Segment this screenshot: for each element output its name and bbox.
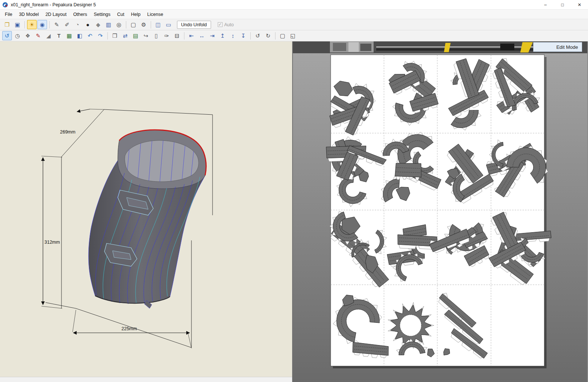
2d-layout-viewport[interactable]: Edit Mode: [293, 41, 588, 382]
maximize-button[interactable]: □: [554, 0, 571, 9]
toolbar-separator: [184, 32, 184, 40]
3d-viewport[interactable]: 269mm 312mm 225mm: [0, 41, 293, 382]
open-file-icon[interactable]: ❐: [2, 20, 12, 29]
image-icon[interactable]: ▦: [64, 31, 74, 40]
align-center-h-icon[interactable]: ↔: [197, 31, 207, 40]
toolbar-separator: [275, 32, 275, 40]
frame-select-icon[interactable]: ▢: [278, 31, 287, 40]
menu-item-settings[interactable]: Settings: [90, 10, 114, 19]
text-icon[interactable]: T: [54, 31, 64, 40]
book-sync-icon[interactable]: ⇄: [120, 31, 130, 40]
menu-item-others[interactable]: Others: [70, 10, 91, 19]
toolbar-top: ❐▣☀◉✎✐◔●◆▥◎▢⚙◫▭ Undo Unfold ✓ Auto: [0, 19, 588, 30]
menu-item-license[interactable]: License: [144, 10, 167, 19]
align-middle-icon[interactable]: ↕: [228, 31, 238, 40]
toolbar-separator: [126, 21, 126, 28]
box-3d-icon[interactable]: ◧: [75, 31, 84, 40]
auto-label: Auto: [224, 22, 234, 27]
pour-color-icon[interactable]: ◔: [73, 20, 82, 29]
menu-bar: File3D Model2D LayoutOthersSettingsCutHe…: [0, 10, 588, 19]
toolbar-separator: [49, 21, 50, 28]
redo-icon[interactable]: ↷: [96, 31, 105, 40]
page-edit-icon[interactable]: ✑: [162, 31, 171, 40]
align-left-icon[interactable]: ⇤: [187, 31, 196, 40]
undo-icon[interactable]: ↶: [85, 31, 95, 40]
window-controls: – □ ✕: [537, 0, 588, 9]
title-bar: x01_right_forearm - Pepakura Designer 5 …: [0, 0, 588, 10]
menu-item-help[interactable]: Help: [128, 10, 144, 19]
toolbar-edit-icons: ↺◷❖✎◢T▦◧↶↷❒⇄▤↪▯✑⊟⇤↔⇥↥↕↧↺↻▢◱: [2, 31, 298, 40]
single-view-icon[interactable]: ▭: [164, 20, 173, 29]
toolbar-separator: [151, 21, 151, 28]
dimension-height-label: 312mm: [44, 240, 60, 245]
plumb-icon[interactable]: ◆: [93, 20, 103, 29]
align-right-icon[interactable]: ⇥: [207, 31, 217, 40]
window-title: x01_right_forearm - Pepakura Designer 5: [11, 2, 96, 7]
print-icon[interactable]: ⊟: [172, 31, 182, 40]
dark-sphere-icon[interactable]: ●: [83, 20, 93, 29]
menu-item-2d-layout[interactable]: 2D Layout: [42, 10, 70, 19]
columns-icon[interactable]: ▥: [104, 20, 113, 29]
layout-chart-icon[interactable]: ▤: [131, 31, 140, 40]
align-bottom-icon[interactable]: ↧: [238, 31, 248, 40]
dimension-depth-label: 269mm: [60, 129, 76, 135]
page-icon[interactable]: ▯: [151, 31, 161, 40]
horizontal-scrollbar[interactable]: [0, 377, 292, 382]
toolbar-edit: ↺◷❖✎◢T▦◧↶↷❒⇄▤↪▯✑⊟⇤↔⇥↥↕↧↺↻▢◱: [0, 30, 588, 41]
main-area: 269mm 312mm 225mm: [0, 41, 588, 382]
rotate-cw-icon[interactable]: ↻: [263, 31, 273, 40]
menu-item-file[interactable]: File: [1, 10, 16, 19]
unfold-parts-icon[interactable]: ❖: [23, 31, 33, 40]
toolbar-separator: [24, 21, 25, 28]
rotate-ccw-icon[interactable]: ↺: [253, 31, 263, 40]
save-icon[interactable]: ▣: [13, 20, 22, 29]
minimize-button[interactable]: –: [537, 0, 554, 9]
paint-arrow-icon[interactable]: ✐: [62, 20, 72, 29]
light-toggle-icon[interactable]: ☀: [27, 20, 37, 29]
selection-config-icon[interactable]: ⚙: [139, 20, 148, 29]
toolbar-separator: [250, 32, 251, 40]
edit-mode-badge: Edit Mode: [533, 42, 582, 52]
texture-view-icon[interactable]: ◉: [37, 20, 47, 29]
3d-model[interactable]: [88, 130, 206, 308]
2d-layout-canvas[interactable]: [293, 41, 587, 382]
orbit-icon[interactable]: ↺: [2, 31, 12, 40]
toolbar-separator: [107, 32, 108, 40]
menu-item-cut[interactable]: Cut: [114, 10, 127, 19]
3d-viewport-canvas[interactable]: [0, 41, 293, 377]
paint-sphere-icon[interactable]: ✎: [52, 20, 61, 29]
dimension-width-label: 225mm: [121, 326, 137, 331]
close-button[interactable]: ✕: [571, 0, 588, 9]
page-export-icon[interactable]: ↪: [141, 31, 151, 40]
undo-unfold-button[interactable]: Undo Unfold: [177, 21, 211, 29]
split-view-icon[interactable]: ◫: [153, 20, 163, 29]
selection-area-icon[interactable]: ▢: [128, 20, 138, 29]
toolbar-top-icons: ❐▣☀◉✎✐◔●◆▥◎▢⚙◫▭: [2, 20, 173, 29]
measure-icon[interactable]: ◷: [13, 31, 22, 40]
book-icon[interactable]: ❒: [110, 31, 120, 40]
flap-icon[interactable]: ◢: [44, 31, 53, 40]
zoom-sphere-icon[interactable]: ◎: [114, 20, 124, 29]
frame-expand-icon[interactable]: ◱: [288, 31, 298, 40]
app-icon: [2, 2, 8, 8]
auto-checkbox[interactable]: ✓: [218, 22, 223, 27]
menu-item-3d-model[interactable]: 3D Model: [16, 10, 42, 19]
align-top-icon[interactable]: ↥: [218, 31, 227, 40]
auto-toggle[interactable]: ✓ Auto: [218, 22, 234, 27]
edge-color-icon[interactable]: ✎: [33, 31, 43, 40]
